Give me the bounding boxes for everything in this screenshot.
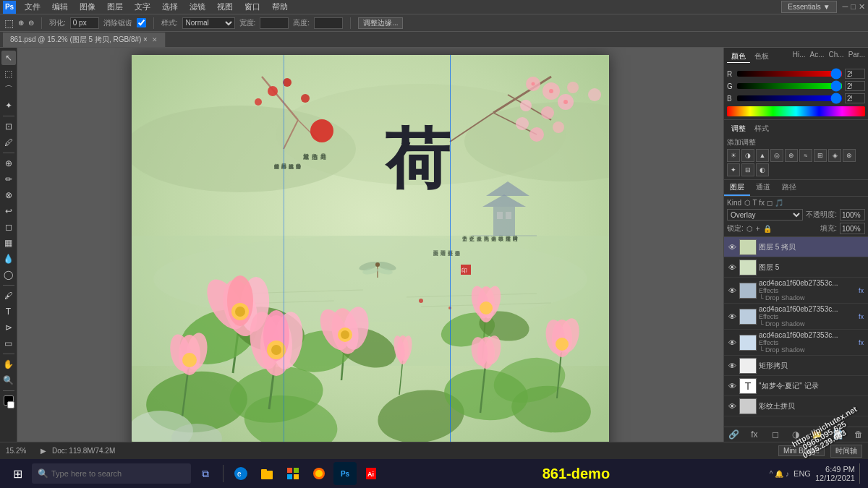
zoom-tool[interactable]: 🔍 [1,373,16,388]
add-layer-style-button[interactable]: fx [748,429,761,440]
eraser-tool[interactable]: ◻ [1,220,16,234]
blur-tool[interactable]: 💧 [1,252,16,266]
adjustments-tab[interactable]: 调整 [727,123,750,134]
channel-mixer-adj-icon[interactable]: ✦ [727,163,740,176]
layer-visibility-eye[interactable]: 👁 [727,361,737,370]
history-brush-tool[interactable]: ↩ [1,204,16,218]
layer-item[interactable]: 👁 acd4aca1f60eb27353c... Effects └ Drop … [724,278,868,304]
new-adjustment-button[interactable]: ◑ [789,429,802,440]
shape-tool[interactable]: ▭ [1,336,16,351]
layer-item[interactable]: 👁 图层 5 拷贝 [724,237,868,257]
blue-slider[interactable] [737,95,842,101]
brightness-adj-icon[interactable]: ☀ [727,149,740,162]
show-desktop-button[interactable] [859,463,862,484]
layer-visibility-eye[interactable]: 👁 [727,243,737,252]
selection-tool[interactable]: ⬚ [1,67,16,81]
layer-visibility-eye[interactable]: 👁 [727,312,737,321]
style-select[interactable]: Normal Fixed Ratio Fixed Size [182,17,235,29]
lock-pixels-icon[interactable]: ⬡ [746,225,753,233]
hue-sat-adj-icon[interactable]: ≈ [799,149,812,162]
canvas-area[interactable]: 荷 增城复越 鸟宿池边 几处早莺 众芳摇落独暄妍 占尽风情向小园 疏影横斜水清浅… [17,48,723,442]
menu-layer[interactable]: 图层 [101,0,129,14]
blue-value[interactable] [845,93,865,103]
layer-visibility-eye[interactable]: 👁 [727,286,737,295]
mini-bridge-button[interactable]: Mini Bridge [778,445,825,456]
eyedropper-tool[interactable]: 🖊 [1,135,16,150]
healing-tool[interactable]: ⊕ [1,156,16,171]
styles-tab[interactable]: 样式 [750,123,773,134]
anti-alias-checkbox[interactable] [137,18,146,27]
layer-item[interactable]: 👁 acd4aca1f60eb27353c... Effects └ Drop … [724,330,868,356]
menu-text[interactable]: 文字 [129,0,156,14]
layer-visibility-eye[interactable]: 👁 [727,338,737,347]
windows-store-icon[interactable] [281,462,305,485]
layer-visibility-eye[interactable]: 👁 [727,402,737,411]
feather-input[interactable] [70,17,99,29]
new-group-button[interactable]: 📁 [810,429,823,440]
red-value[interactable] [845,69,865,79]
exposure-adj-icon[interactable]: ◎ [770,149,783,162]
zoom-in-button[interactable]: ▶ [41,447,46,455]
channels-tab[interactable]: 通道 [750,180,776,196]
opacity-input[interactable] [840,209,865,221]
windows-start-button[interactable]: ⊞ [6,462,29,485]
layer-visibility-eye[interactable]: 👁 [727,382,737,390]
lasso-tool[interactable]: ⌒ [1,82,16,97]
maximize-button[interactable]: □ [851,2,856,12]
menu-view[interactable]: 视图 [211,0,239,14]
path-tool[interactable]: ⊳ [1,320,16,335]
lock-position-icon[interactable]: + [756,225,760,233]
document-tab[interactable]: 861.psd @ 15.2% (图层 5 拷贝, RGB/8#) × ✕ [3,33,166,47]
layers-tab[interactable]: 图层 [724,180,750,196]
dodge-tool[interactable]: ◯ [1,267,16,282]
menu-image[interactable]: 图像 [74,0,101,14]
pen-tool[interactable]: 🖋 [1,288,16,303]
acrobat-icon[interactable]: Ai [359,462,383,485]
green-value[interactable] [845,81,865,91]
photoshop-taskbar-icon[interactable]: Ps [333,462,357,485]
bw-adj-icon[interactable]: ◈ [828,149,841,162]
add-mask-button[interactable]: ◻ [769,429,782,440]
layer-item[interactable]: 👁 T "如梦令·夏记" 记录 [724,376,868,396]
magic-wand-tool[interactable]: ✦ [1,98,16,113]
colorbalance-adj-icon[interactable]: ⊞ [814,149,827,162]
minimize-button[interactable]: ─ [843,2,848,12]
paths-tab[interactable]: 路径 [776,180,802,196]
color-spectrum-bar[interactable] [727,106,865,116]
photo-filter-adj-icon[interactable]: ⊗ [843,149,856,162]
close-button[interactable]: ✕ [859,2,865,12]
color-tab[interactable]: 颜色 [727,51,750,63]
red-slider[interactable] [737,71,842,77]
width-input[interactable] [260,17,289,29]
new-layer-button[interactable]: 📄 [831,429,844,440]
swatches-tab[interactable]: 色板 [750,51,773,63]
tab-close-button[interactable]: ✕ [152,36,158,43]
text-tool[interactable]: T [1,304,16,319]
file-explorer-icon[interactable] [255,462,278,485]
layer-item[interactable]: 👁 彩纹土拼贝 [724,396,868,416]
menu-window[interactable]: 窗口 [239,0,266,14]
lock-all-icon[interactable]: 🔒 [763,225,772,233]
menu-filter[interactable]: 滤镜 [184,0,211,14]
background-color[interactable] [7,401,14,408]
edge-browser-icon[interactable]: e [229,462,252,485]
vibrance-adj-icon[interactable]: ⊕ [785,149,798,162]
move-tool[interactable]: ↖ [1,51,16,65]
layer-item[interactable]: 👁 图层 5 [724,257,868,278]
menu-help[interactable]: 帮助 [266,0,294,14]
color-lookup-adj-icon[interactable]: ⊟ [741,163,754,176]
green-slider[interactable] [737,83,842,89]
levels-adj-icon[interactable]: ◑ [741,149,754,162]
task-view-button[interactable]: ⧉ [194,462,217,485]
menu-edit[interactable]: 编辑 [46,0,74,14]
layer-item[interactable]: 👁 矩形拷贝 [724,356,868,376]
delete-layer-button[interactable]: 🗑 [852,429,865,440]
blend-mode-select[interactable]: Overlay Normal Multiply [727,209,803,221]
menu-select[interactable]: 选择 [156,0,184,14]
height-input[interactable] [314,17,343,29]
search-input[interactable] [51,469,182,478]
curves-adj-icon[interactable]: ▲ [756,149,769,162]
gradient-tool[interactable]: ▦ [1,236,16,250]
menu-file[interactable]: 文件 [19,0,46,14]
clone-tool[interactable]: ⊗ [1,188,16,202]
